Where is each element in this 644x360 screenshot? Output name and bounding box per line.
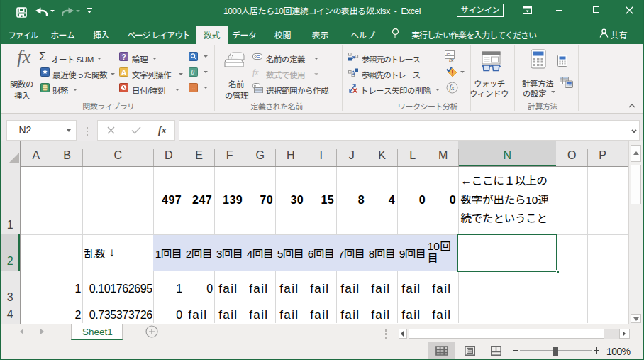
svg-text:A: A [121,68,127,77]
svg-text:...: ... [191,84,196,91]
svg-text:fx: fx [450,84,455,92]
svg-text:fx: fx [449,56,454,62]
svg-text:?: ? [122,53,126,61]
svg-text:fx: fx [17,47,31,67]
svg-text:θ: θ [191,69,195,76]
svg-text:fx: fx [252,67,259,77]
svg-text:fx: fx [158,125,167,136]
svg-text:15: 15 [446,52,451,56]
